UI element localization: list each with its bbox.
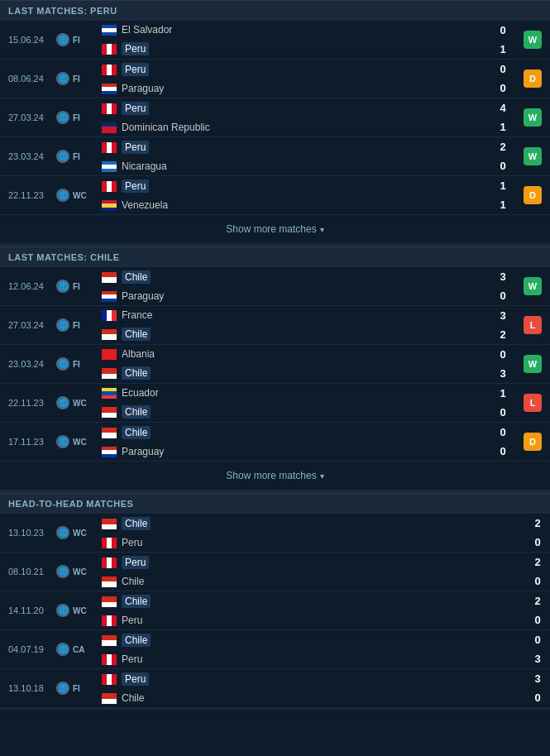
team-row: Venezuela	[102, 196, 490, 214]
score-val: 0	[490, 79, 515, 98]
chile-matches: 12.06.24 🌐 FI Chile Paraguay 3 0 W	[0, 267, 550, 493]
team-name: Albania	[122, 348, 155, 360]
result-badge: L	[524, 316, 542, 334]
teams: Albania Chile	[102, 345, 490, 383]
table-row: 13.10.18 🌐 FI Peru Chile 3 0	[0, 669, 550, 708]
team-row: Peru	[102, 534, 525, 552]
team-row: Chile	[102, 591, 525, 611]
table-row: 08.10.21 🌐 WC Peru Chile 2 0	[0, 553, 550, 591]
result-badge: D	[524, 69, 542, 88]
team-name: Chile	[122, 366, 151, 380]
flag-peru	[102, 615, 117, 626]
globe-icon: 🌐	[56, 189, 69, 202]
globe-icon: 🌐	[56, 435, 69, 448]
table-row: 14.11.20 🌐 WC Chile Peru 2 0	[0, 591, 550, 630]
match-date: 27.03.24	[0, 320, 56, 330]
globe-icon: 🌐	[56, 280, 69, 293]
type-badge: FI	[73, 113, 80, 122]
section-header-chile: LAST MATCHES: CHILE	[0, 246, 550, 267]
match-date: 15.06.24	[0, 35, 56, 45]
h2h-matches: 13.10.23 🌐 WC Chile Peru 2 0	[0, 514, 550, 710]
globe-icon: 🌐	[56, 396, 69, 409]
match-type: 🌐 WC	[56, 526, 102, 539]
flag-peru	[102, 103, 117, 114]
flag-chile	[102, 368, 117, 379]
team-name: Chile	[122, 517, 151, 530]
score: 2 0	[525, 514, 550, 552]
score: 1 1	[490, 176, 515, 214]
table-row: 15.06.24 🌐 FI El Salvador Peru 0 1 W	[0, 21, 550, 60]
score-val: 3	[490, 306, 515, 325]
team-row: Dominican Republic	[102, 118, 490, 136]
teams: Chile Peru	[102, 514, 525, 552]
match-date: 04.07.19	[0, 644, 56, 654]
score-val: 1	[490, 40, 515, 59]
teams: Chile Paraguay	[102, 423, 490, 461]
match-type: 🌐 FI	[56, 280, 102, 293]
flag-france	[102, 310, 117, 321]
globe-icon: 🌐	[56, 150, 69, 163]
flag-peru	[102, 557, 117, 568]
score-val: 3	[525, 669, 550, 688]
show-more-peru[interactable]: Show more matches ▾	[0, 215, 550, 245]
show-more-chile[interactable]: Show more matches ▾	[0, 462, 550, 491]
score: 0 0	[490, 423, 515, 461]
flag-peru	[102, 538, 117, 548]
type-badge: FI	[73, 684, 80, 693]
team-row: Chile	[102, 402, 490, 422]
score: 0 0	[490, 60, 515, 98]
team-row: Peru	[102, 60, 490, 79]
flag-chile	[102, 596, 117, 607]
type-badge: WC	[73, 191, 87, 200]
flag-nicaragua	[102, 161, 117, 172]
score: 1 0	[490, 384, 515, 422]
flag-albania	[102, 349, 117, 360]
table-row: 27.03.24 🌐 FI France Chile 3 2 L	[0, 306, 550, 345]
match-type: 🌐 WC	[56, 565, 102, 578]
teams: Peru Chile	[102, 669, 525, 707]
result-badge: W	[524, 147, 542, 165]
section-header-peru: LAST MATCHES: PERU	[0, 0, 550, 21]
type-badge: FI	[73, 74, 80, 84]
score: 0 1	[490, 21, 515, 59]
score: 2 0	[525, 591, 550, 629]
score: 2 0	[490, 137, 515, 175]
match-type: 🌐 FI	[56, 318, 102, 332]
flag-chile	[102, 635, 117, 646]
match-date: 13.10.18	[0, 683, 56, 693]
score-val: 0	[490, 345, 515, 364]
team-row: Paraguay	[102, 79, 490, 98]
result-badge: W	[524, 108, 542, 127]
score: 4 1	[490, 98, 515, 136]
team-row: Peru	[102, 98, 490, 118]
team-row: Chile	[102, 689, 525, 707]
score-val: 0	[490, 286, 515, 305]
type-badge: FI	[73, 321, 80, 330]
team-name: Peru	[122, 63, 149, 76]
score: 3 2	[490, 306, 515, 344]
flag-chile	[102, 577, 117, 587]
score: 2 0	[525, 553, 550, 591]
team-row: Peru	[102, 669, 525, 689]
show-more-label: Show more matches	[226, 470, 316, 481]
teams: Peru Venezuela	[102, 176, 490, 214]
team-name: Peru	[122, 537, 142, 548]
flag-peru	[102, 44, 117, 55]
team-name: Paraguay	[122, 83, 164, 94]
team-name: Chile	[122, 405, 151, 419]
match-type: 🌐 FI	[56, 150, 102, 163]
team-name: France	[122, 309, 152, 321]
table-row: 23.03.24 🌐 FI Peru Nicaragua 2 0 W	[0, 137, 550, 176]
team-row: Albania	[102, 345, 490, 363]
match-type: 🌐 FI	[56, 111, 102, 124]
score-val: 0	[525, 610, 550, 629]
team-row: Peru	[102, 611, 525, 629]
match-type: 🌐 WC	[56, 435, 102, 448]
team-name: Peru	[122, 102, 149, 115]
score-val: 0	[525, 533, 550, 552]
team-row: Chile	[102, 514, 525, 534]
type-badge: FI	[73, 152, 80, 161]
team-row: Chile	[102, 267, 490, 287]
team-name: Paraguay	[122, 290, 164, 302]
team-name: El Salvador	[122, 24, 172, 36]
